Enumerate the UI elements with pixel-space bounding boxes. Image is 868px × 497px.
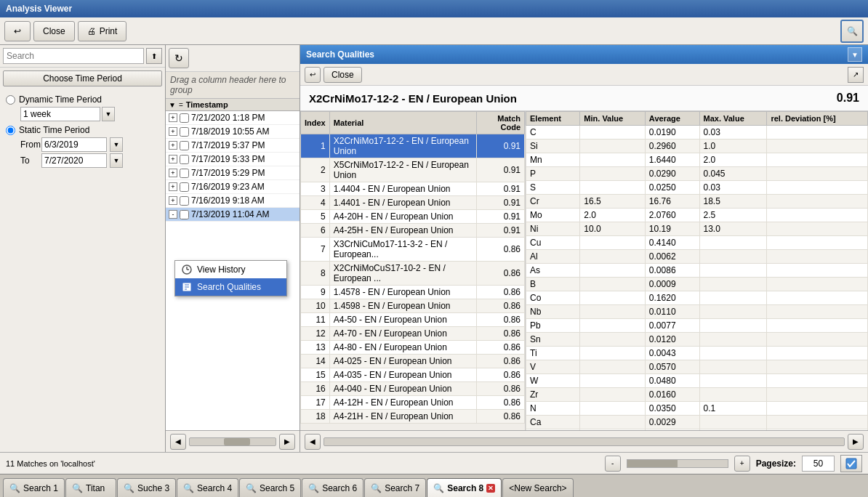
material-row[interactable]: 17 A4-12H - EN / European Union 0.86 — [301, 396, 525, 410]
zoom-out-btn[interactable]: - — [605, 456, 621, 472]
left-search-input[interactable] — [3, 48, 144, 64]
item-checkbox[interactable] — [180, 141, 189, 150]
material-row[interactable]: 16 A4-040 - EN / European Union 0.86 — [301, 382, 525, 396]
zoom-slider[interactable] — [627, 459, 728, 468]
material-row[interactable]: 13 A4-80 - EN / European Union 0.86 — [301, 341, 525, 355]
scroll-right-btn[interactable]: ▶ — [279, 434, 295, 450]
sq-scroll-right-btn[interactable]: ▶ — [848, 434, 864, 450]
tab-search4[interactable]: 🔍 Search 4 — [177, 478, 238, 497]
from-date-input[interactable] — [41, 137, 107, 152]
expand-icon[interactable]: - — [169, 210, 177, 219]
material-row[interactable]: 18 A4-21H - EN / European Union 0.86 — [301, 410, 525, 424]
expand-icon[interactable]: + — [169, 141, 177, 150]
choose-time-period-button[interactable]: Choose Time Period — [3, 70, 162, 86]
element-avg: 0.0029 — [645, 416, 699, 429]
list-item[interactable]: + 7/17/2019 5:29 PM — [166, 166, 300, 180]
item-checkbox[interactable] — [180, 127, 189, 137]
pagesize-input[interactable] — [802, 456, 835, 472]
item-checkbox[interactable] — [180, 196, 189, 206]
panel-back-button[interactable]: ↩ — [305, 67, 321, 83]
close-button[interactable]: Close — [33, 21, 75, 41]
tab-search8[interactable]: 🔍 Search 8 ✕ — [427, 478, 502, 497]
element-min — [580, 291, 646, 305]
expand-icon[interactable]: + — [169, 113, 177, 122]
expand-icon[interactable]: + — [169, 169, 177, 177]
tab-titan[interactable]: 🔍 Titan — [65, 478, 116, 497]
sq-horizontal-scrollbar[interactable] — [324, 437, 845, 446]
back-button[interactable]: ↩ — [4, 21, 31, 41]
dynamic-value-input[interactable] — [20, 107, 100, 121]
list-item[interactable]: + 7/21/2020 1:18 PM — [166, 111, 300, 125]
material-row[interactable]: 15 A4-035 - EN / European Union 0.86 — [301, 368, 525, 382]
tab-suche3[interactable]: 🔍 Suche 3 — [117, 478, 176, 497]
tab-close-search8[interactable]: ✕ — [486, 484, 495, 493]
dynamic-dropdown[interactable]: ▼ — [102, 107, 115, 121]
material-row[interactable]: 12 A4-70 - EN / European Union 0.86 — [301, 327, 525, 341]
top-search-button[interactable]: 🔍 — [840, 20, 864, 43]
material-row[interactable]: 3 1.4404 - EN / European Union 0.91 — [301, 182, 525, 196]
search-qualities-menu-item[interactable]: Search Qualities — [175, 278, 286, 296]
filter-icon[interactable]: ▼ — [169, 101, 176, 109]
tab-search6[interactable]: 🔍 Search 6 — [302, 478, 363, 497]
expand-icon[interactable]: + — [169, 155, 177, 163]
horizontal-scrollbar[interactable] — [189, 437, 276, 446]
material-row[interactable]: 9 1.4578 - EN / European Union 0.86 — [301, 286, 525, 299]
list-item[interactable]: + 7/16/2019 9:18 AM — [166, 194, 300, 208]
expand-icon[interactable]: + — [169, 182, 177, 191]
panel-expand-button[interactable]: ↗ — [848, 67, 864, 83]
item-checkbox[interactable] — [180, 169, 189, 178]
scroll-left-btn[interactable]: ◀ — [170, 434, 186, 450]
view-history-menu-item[interactable]: View History — [175, 261, 286, 278]
material-row[interactable]: 10 1.4598 - EN / European Union 0.86 — [301, 299, 525, 313]
tab-search5[interactable]: 🔍 Search 5 — [239, 478, 301, 497]
expand-icon[interactable]: + — [169, 196, 177, 205]
list-item[interactable]: + 7/18/2019 10:55 AM — [166, 125, 300, 139]
list-item[interactable]: - 7/13/2019 11:04 AM — [166, 208, 300, 222]
material-row[interactable]: 7 X3CrNiCuMo17-11-3-2 - EN / European...… — [301, 238, 525, 262]
to-date-input[interactable] — [41, 153, 107, 168]
from-date-dropdown[interactable]: ▼ — [110, 137, 123, 152]
new-search-tab[interactable]: <New Search> — [502, 478, 573, 497]
panel-title: Search Qualities — [306, 49, 374, 60]
list-item[interactable]: + 7/17/2019 5:33 PM — [166, 153, 300, 166]
confirm-pagesize-button[interactable] — [840, 455, 862, 472]
item-checkbox[interactable] — [180, 210, 189, 219]
item-checkbox[interactable] — [180, 155, 189, 164]
status-bar: 11 Matches on 'localhost' - + Pagesize: — [0, 452, 868, 474]
material-row[interactable]: 5 A4-20H - EN / European Union 0.91 — [301, 210, 525, 224]
to-date-dropdown[interactable]: ▼ — [110, 153, 123, 168]
left-search-button[interactable]: ⬆ — [146, 48, 162, 64]
material-row[interactable]: 14 A4-025 - EN / European Union 0.86 — [301, 355, 525, 368]
refresh-button[interactable]: ↻ — [169, 48, 189, 68]
material-row[interactable]: 1 X2CrNiMo17-12-2 - EN / European Union … — [301, 134, 525, 158]
expand-icon[interactable]: + — [169, 127, 177, 136]
row-material: A4-035 - EN / European Union — [329, 368, 476, 382]
item-checkbox[interactable] — [180, 113, 189, 123]
material-row[interactable]: 11 A4-50 - EN / European Union 0.86 — [301, 313, 525, 327]
panel-close-button[interactable]: Close — [324, 67, 362, 83]
element-row: Ca 0.0029 — [526, 416, 868, 429]
material-row[interactable]: 8 X2CrNiMoCuS17-10-2 - EN / European ...… — [301, 262, 525, 286]
tab-search7[interactable]: 🔍 Search 7 — [364, 478, 426, 497]
tab-search1[interactable]: 🔍 Search 1 — [3, 478, 65, 497]
element-name: Sn — [526, 333, 580, 347]
tables-container: Index Material Match Code 1 X2CrNiMo17-1… — [300, 111, 868, 430]
list-item[interactable]: + 7/17/2019 5:37 PM — [166, 139, 300, 153]
static-radio[interactable] — [6, 126, 15, 135]
print-label: Print — [100, 26, 118, 36]
panel-arrow-btn[interactable]: ▼ — [848, 47, 862, 62]
dynamic-radio[interactable] — [6, 95, 15, 105]
zoom-in-btn[interactable]: + — [734, 456, 750, 472]
material-row[interactable]: 4 1.4401 - EN / European Union 0.91 — [301, 196, 525, 210]
item-checkbox[interactable] — [180, 182, 189, 192]
element-row: Cr 16.5 16.76 18.5 — [526, 195, 868, 209]
list-item[interactable]: + 7/16/2019 9:23 AM — [166, 180, 300, 194]
print-button[interactable]: 🖨 Print — [78, 21, 127, 41]
dynamic-time-period-row: Dynamic Time Period — [6, 94, 159, 105]
main-window: Analysis Viewer ↩ Close 🖨 Print 🔍 ⬆ — [0, 0, 868, 497]
material-row[interactable]: 2 X5CrNiMo17-12-2 - EN / European Union … — [301, 158, 525, 182]
material-row[interactable]: 6 A4-25H - EN / European Union 0.91 — [301, 224, 525, 238]
avg-col-header: Average — [645, 112, 699, 126]
sq-scroll-left-btn[interactable]: ◀ — [305, 434, 321, 450]
panel-title-bar: Search Qualities ▼ — [300, 45, 868, 64]
